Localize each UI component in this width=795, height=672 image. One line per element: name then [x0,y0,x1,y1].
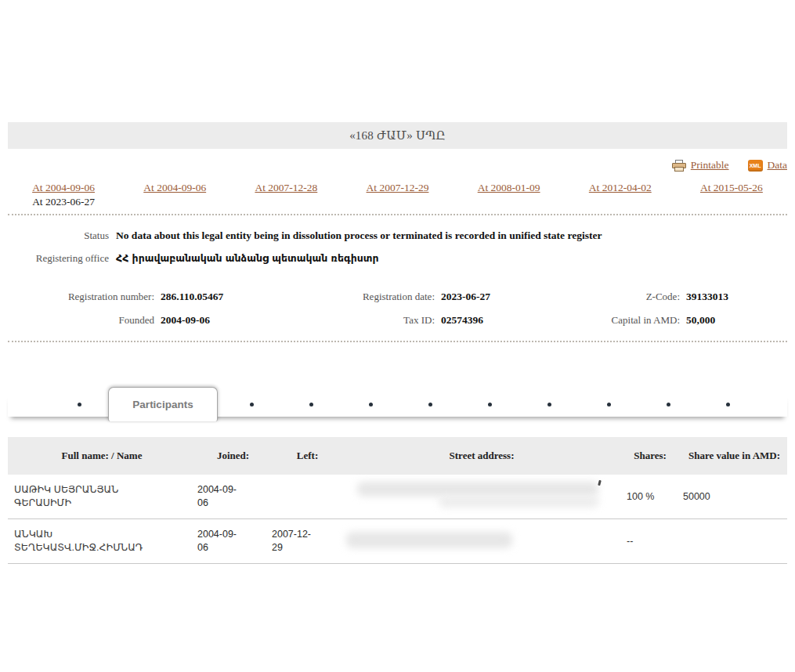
participant-left: 2007-12-29 [270,523,345,559]
z-code-field: Z-Code: 39133013 [501,291,787,303]
history-link-anchor[interactable]: At 2004-09-06 [32,182,95,193]
history-current-date: At 2023-06-27 [8,196,119,208]
registration-number-label: Registration number: [8,291,154,303]
history-link-anchor[interactable]: At 2004-09-06 [143,182,206,193]
printable-action[interactable]: Printable [672,159,729,172]
company-title: «168 ԺԱՄ» ՍՊԸ [349,128,446,143]
registration-date-label: Registration date: [282,291,435,303]
redaction-blur [439,496,599,508]
history-link[interactable]: At 2004-09-06 [8,182,119,194]
participant-share-value [681,537,787,546]
tab-participants-label: Participants [132,399,193,410]
participant-shares: -- [619,530,681,553]
collapsed-tab-dot[interactable] [428,403,432,406]
capital-field: Capital in AMD: 50,000 [501,314,787,327]
collapsed-tab-dot[interactable] [726,403,730,406]
participant-address-redacted [345,519,619,563]
history-link-anchor[interactable]: At 2008-01-09 [478,182,540,193]
participant-address-redacted [345,475,619,518]
history-link[interactable]: At 2012-04-02 [565,182,676,194]
registration-date-field: Registration date: 2023-06-27 [282,291,501,303]
header-street-address: Street address: [345,446,619,465]
z-code-value: 39133013 [686,291,787,303]
status-label: Status [8,229,109,242]
founded-field: Founded 2004-09-06 [8,314,282,327]
redaction-blur [357,482,598,497]
participant-name: ՍԱԹԻԿ ՍԵՅՐԱՆՅԱՆ ԳԵՐԱՍԻՄԻ [8,479,196,515]
printer-icon [672,160,686,172]
capital-value: 50,000 [686,314,787,327]
data-action[interactable]: XML Data [748,159,787,172]
registering-office-value: ՀՀ իրավաբանական անձանց պետական ռեգիստր [116,252,787,264]
collapsed-tab-dot[interactable] [369,403,373,406]
history-link-anchor[interactable]: At 2007-12-29 [367,182,429,193]
collapsed-tab-dot[interactable] [667,403,670,406]
header-share-value: Share value in AMD: [681,446,787,465]
dotted-divider [8,341,787,342]
registering-office-label: Registering office [8,252,109,265]
registration-details: Registration number: 286.110.05467 Regis… [8,291,787,327]
xml-data-icon: XML [748,160,763,172]
participant-joined: 2004-09-06 [196,523,270,559]
redaction-blur [346,532,512,548]
participant-row: ՍԱԹԻԿ ՍԵՅՐԱՆՅԱՆ ԳԵՐԱՍԻՄԻ 2004-09-06 100 … [8,475,787,519]
entity-register-page: «168 ԺԱՄ» ՍՊԸ Printable XML Data At 2004… [0,0,795,672]
dotted-divider [8,214,787,215]
collapsed-tab-dot[interactable] [547,403,551,406]
participants-table-header: Full name: / Name Joined: Left: Street a… [8,437,787,475]
z-code-label: Z-Code: [501,291,680,303]
history-link[interactable]: At 2007-12-29 [341,182,453,194]
header-left: Left: [270,446,345,465]
tax-id-value: 02574396 [441,314,501,327]
redaction-artifact [598,480,602,486]
registration-number-field: Registration number: 286.110.05467 [8,291,282,303]
registration-number-value: 286.110.05467 [161,291,282,303]
collapsed-tab-dot[interactable] [309,403,313,406]
collapsed-tab-dot[interactable] [607,403,611,406]
history-link[interactable]: At 2015-05-26 [676,182,787,194]
participants-table: Full name: / Name Joined: Left: Street a… [8,437,787,564]
registration-date-value: 2023-06-27 [441,291,501,303]
history-link-anchor[interactable]: At 2012-04-02 [589,182,652,193]
collapsed-tab-dot[interactable] [488,403,492,406]
status-section: Status No data about this legal entity b… [8,229,787,265]
founded-value: 2004-09-06 [161,314,282,327]
registering-office-row: Registering office ՀՀ իրավաբանական անձան… [8,252,787,265]
history-link-anchor[interactable]: At 2015-05-26 [700,182,763,193]
status-row: Status No data about this legal entity b… [8,229,787,242]
participant-joined: 2004-09-06 [196,479,270,515]
status-value: No data about this legal entity being in… [116,229,787,242]
participant-shares: 100 % [619,486,681,508]
header-shares: Shares: [619,446,681,465]
header-full-name: Full name: / Name [8,446,196,465]
data-link[interactable]: Data [768,159,787,172]
participant-name: ԱՆԿԱԽ ՏԵՂԵԿԱՏՎ.ՄԻՋ.ՀԻՄՆԱԴ [8,523,196,559]
section-tab-strip: Participants [8,393,787,417]
export-actions: Printable XML Data [8,157,787,174]
tax-id-field: Tax ID: 02574396 [282,314,501,327]
history-link-anchor[interactable]: At 2007-12-28 [255,182,317,193]
tax-id-label: Tax ID: [282,314,435,327]
participant-left [270,492,345,501]
founded-label: Founded [8,314,154,327]
main-content: «168 ԺԱՄ» ՍՊԸ Printable XML Data At 2004… [8,122,787,564]
history-link[interactable]: At 2008-01-09 [454,182,565,194]
history-link[interactable]: At 2007-12-28 [230,182,341,194]
printable-link[interactable]: Printable [691,159,729,172]
tab-participants[interactable]: Participants [108,387,218,421]
history-date-links: At 2004-09-06 At 2004-09-06 At 2007-12-2… [8,182,787,208]
collapsed-tab-dot[interactable] [250,403,254,406]
participant-share-value: 50000 [681,486,787,508]
history-link[interactable]: At 2004-09-06 [119,182,230,194]
participant-row: ԱՆԿԱԽ ՏԵՂԵԿԱՏՎ.ՄԻՋ.ՀԻՄՆԱԴ 2004-09-06 200… [8,519,787,564]
capital-label: Capital in AMD: [501,314,680,327]
company-title-band: «168 ԺԱՄ» ՍՊԸ [8,122,787,149]
collapsed-tab-dot[interactable] [78,403,81,406]
header-joined: Joined: [196,446,270,465]
